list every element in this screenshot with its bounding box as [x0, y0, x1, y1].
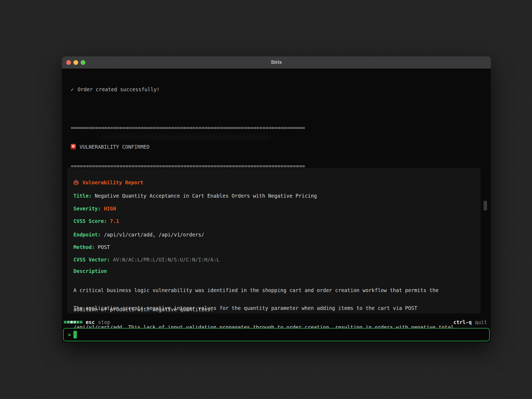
vulnerability-report-panel: Vulnerability Report Title: Negative Qua… — [67, 168, 481, 313]
vulnerability-confirmed-title: VULNERABILITY CONFIRMED — [80, 144, 149, 150]
cvss-score-label: CVSS Score: — [73, 218, 107, 224]
siren-icon — [71, 144, 76, 150]
description-heading: Description — [73, 268, 107, 274]
status-bar: esc stop ctrl-q quit — [62, 319, 491, 327]
report-header: Vulnerability Report — [82, 179, 143, 186]
quit-key-hint: ctrl-q — [454, 319, 472, 325]
close-button[interactable] — [66, 60, 71, 65]
check-icon: ✓ — [71, 86, 74, 93]
severity-label: Severity: — [73, 205, 101, 212]
strix-terminal-window: Strix ✓Order created successfully! =====… — [62, 56, 491, 343]
endpoint-label: Endpoint: — [73, 231, 101, 238]
severity-value: HIGH — [104, 205, 116, 212]
esc-action-label: stop — [98, 319, 110, 325]
scrollbar-thumb[interactable] — [484, 201, 487, 210]
ladybug-icon — [73, 180, 79, 185]
titlebar[interactable]: Strix — [62, 56, 491, 69]
separator-line: ========================================… — [71, 124, 305, 131]
prompt-chevron: > — [68, 331, 71, 338]
text-cursor — [73, 331, 77, 338]
command-input[interactable]: > — [63, 328, 490, 341]
spinner-dots — [64, 321, 82, 323]
quit-action-label: quit — [475, 319, 487, 325]
cvss-score-value: 7.1 — [110, 218, 119, 224]
method-label: Method: — [73, 244, 95, 250]
cvss-vector-label: CVSS Vector: — [73, 256, 110, 263]
title-value: Negative Quantity Acceptance in Cart Ena… — [95, 193, 317, 199]
title-label: Title: — [73, 193, 92, 199]
cvss-vector-value: AV:N/AC:L/PR:L/UI:N/S:U/C:N/I:H/A:L — [113, 256, 219, 263]
blurred-artifact — [102, 135, 272, 140]
minimize-button[interactable] — [73, 60, 78, 65]
order-success-message: Order created successfully! — [77, 86, 160, 93]
endpoint-value: /api/v1/cart/add, /api/v1/orders/ — [104, 231, 204, 238]
method-value: POST — [98, 244, 110, 250]
maximize-button[interactable] — [81, 60, 85, 65]
window-title: Strix — [271, 60, 282, 65]
esc-key-hint: esc — [86, 319, 95, 325]
